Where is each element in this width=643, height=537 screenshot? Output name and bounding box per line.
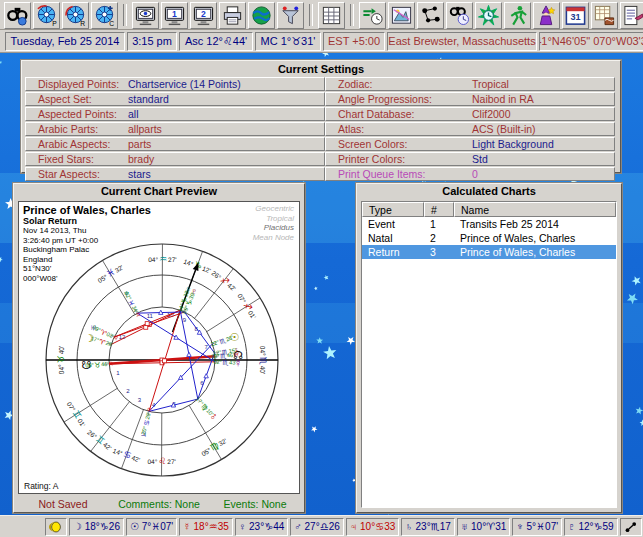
svg-text:1: 1 <box>172 9 177 19</box>
setting-value: allparts <box>128 123 162 135</box>
data-table-icon[interactable] <box>318 2 345 29</box>
planet-position-box: ♂ 27°♎26 <box>290 518 344 536</box>
setting-row-left-5[interactable]: Fixed Stars:brady <box>25 152 325 166</box>
setting-label: Displayed Points: <box>38 78 119 90</box>
chart-preview-area[interactable]: 04°♉40'07°♊01'26°♊42'14°♋42'04°♌27'05°♍3… <box>18 201 300 494</box>
setting-row-left-4[interactable]: Arabic Aspects:parts <box>25 137 325 151</box>
astrology-app-window: { "toolbar": { "icons": ["find-chart-ico… <box>0 0 643 537</box>
settings-panel-title: Current Settings <box>25 62 617 77</box>
composite-wheel-icon[interactable]: C <box>91 2 118 29</box>
print-icon[interactable] <box>219 2 246 29</box>
column-header-num[interactable]: # <box>424 202 454 217</box>
setting-row-right-5[interactable]: Printer Colors:Std <box>325 152 615 166</box>
chart-list-row[interactable]: Event1Transits Feb 25 2014 <box>362 217 616 231</box>
calculated-charts-panel: Calculated Charts Type#Name Event1Transi… <box>356 183 622 513</box>
wheel-1-icon[interactable]: 1 <box>161 2 188 29</box>
cell: Prince of Wales, Charles <box>454 231 616 245</box>
toolbar-separator <box>350 4 354 26</box>
current-settings-panel: Current Settings Displayed Points:Charts… <box>21 60 621 173</box>
planet-position-box: ☉ 7°♓07' <box>126 518 177 536</box>
chart-list-row[interactable]: Natal2Prince of Wales, Charles <box>362 231 616 245</box>
setting-value: Tropical <box>472 78 509 90</box>
setting-row-right-6[interactable]: Print Queue Items:0 <box>325 167 615 181</box>
svg-text:22°♏26': 22°♏26' <box>210 334 234 348</box>
status-timezone: EST +5:00 <box>323 32 385 51</box>
aspect-pattern-icon[interactable] <box>417 2 444 29</box>
filter-icon[interactable] <box>277 2 304 29</box>
status-location: East Brewster, Massachusetts <box>387 32 537 51</box>
planet-position-box: ♀ 23°♑44 <box>235 518 289 536</box>
wheel-2-icon[interactable]: 2 <box>190 2 217 29</box>
calculated-charts-list[interactable]: Type#Name Event1Transits Feb 25 2014Nata… <box>361 201 617 508</box>
setting-label: Atlas: <box>338 123 364 135</box>
cell: Transits Feb 25 2014 <box>454 217 616 231</box>
aspect-link-icon <box>620 518 642 536</box>
chart-info-line: Nov 14 2013, Thu <box>23 226 151 236</box>
view-chart-icon[interactable] <box>132 2 159 29</box>
cell: 2 <box>424 231 454 245</box>
svg-text:04°♌27': 04°♌27' <box>147 456 175 466</box>
birthday-calendar-icon[interactable] <box>591 2 618 29</box>
setting-row-left-6[interactable]: Star Aspects:stars <box>25 167 325 181</box>
svg-text:07°♐01': 07°♐01' <box>236 291 260 320</box>
setting-row-right-2[interactable]: Chart Database:Clif2000 <box>325 107 615 121</box>
setting-value: 0 <box>472 168 478 180</box>
chart-info-line: England <box>23 255 151 265</box>
setting-value: standard <box>128 93 169 105</box>
setting-value: parts <box>128 138 151 150</box>
setting-label: Angle Progressions: <box>338 93 432 105</box>
setting-row-right-3[interactable]: Atlas:ACS (Built-in) <box>325 122 615 136</box>
setting-row-left-3[interactable]: Arabic Parts:allparts <box>25 122 325 136</box>
setting-label: Arabic Aspects: <box>38 138 110 150</box>
svg-text:C: C <box>109 20 114 27</box>
setting-value: Naibod in RA <box>472 93 534 105</box>
setting-label: Zodiac: <box>338 78 372 90</box>
svg-text:9: 9 <box>183 317 187 323</box>
planet-position-box: ☿ 18°♒35 <box>179 518 233 536</box>
return-wheel-icon[interactable]: R <box>62 2 89 29</box>
setting-row-right-1[interactable]: Angle Progressions:Naibod in RA <box>325 92 615 106</box>
svg-text:2: 2 <box>126 388 130 394</box>
setting-row-left-0[interactable]: Displayed Points:Chartservice (14 Points… <box>25 77 325 91</box>
calendar-31-icon[interactable]: 31 <box>562 2 589 29</box>
planet-position-box: ☽ 18°♑26 <box>69 518 124 536</box>
transit-arrows-icon[interactable] <box>359 2 386 29</box>
technique-label: Geocentric <box>253 204 294 214</box>
setting-value: ACS (Built-in) <box>472 123 536 135</box>
technique-label: Placidus <box>253 223 294 233</box>
svg-text:P: P <box>52 20 57 27</box>
column-header-type[interactable]: Type <box>362 202 424 217</box>
svg-text:31: 31 <box>570 12 580 22</box>
chart-now-icon[interactable] <box>475 2 502 29</box>
setting-row-right-4[interactable]: Screen Colors:Light Background <box>325 137 615 151</box>
chart-rating: Rating: A <box>24 481 59 491</box>
setting-label: Aspect Set: <box>38 93 92 105</box>
cell: Event <box>362 217 424 231</box>
chart-info-line: Buckingham Palac <box>23 245 151 255</box>
setting-value: stars <box>128 168 151 180</box>
setting-row-left-2[interactable]: Aspected Points:all <box>25 107 325 121</box>
setting-row-right-0[interactable]: Zodiac:Tropical <box>325 77 615 91</box>
chart-art-icon[interactable] <box>388 2 415 29</box>
svg-text:20°♋28'R: 20°♋28'R <box>140 407 154 435</box>
chart-preview-panel[interactable]: Current Chart Preview 04°♉40'07°♊01'26°♊… <box>13 183 305 513</box>
report-list-icon[interactable] <box>620 2 643 29</box>
settings-left-column: Displayed Points:Chartservice (14 Points… <box>25 77 325 182</box>
svg-text:26°♊42': 26°♊42' <box>86 427 115 452</box>
wizard-icon[interactable] <box>533 2 560 29</box>
setting-value: Std <box>472 153 488 165</box>
progressed-wheel-icon[interactable]: P <box>33 2 60 29</box>
setting-label: Star Aspects: <box>38 168 100 180</box>
animation-icon[interactable] <box>504 2 531 29</box>
find-chart-icon[interactable] <box>4 2 31 29</box>
svg-text:3: 3 <box>138 397 142 403</box>
column-header-name[interactable]: Name <box>454 202 616 217</box>
time-search-icon[interactable] <box>446 2 473 29</box>
chart-info-line: 3:26:40 pm UT +0:00 <box>23 236 151 246</box>
svg-text:02°♓34'R: 02°♓34'R <box>123 290 142 318</box>
chart-list-row[interactable]: Return3Prince of Wales, Charles <box>362 245 616 259</box>
atlas-globe-icon[interactable] <box>248 2 275 29</box>
status-midheaven: MC 1°♉31' <box>255 32 321 51</box>
setting-row-left-1[interactable]: Aspect Set:standard <box>25 92 325 106</box>
svg-text:17°♍10': 17°♍10' <box>193 396 214 418</box>
